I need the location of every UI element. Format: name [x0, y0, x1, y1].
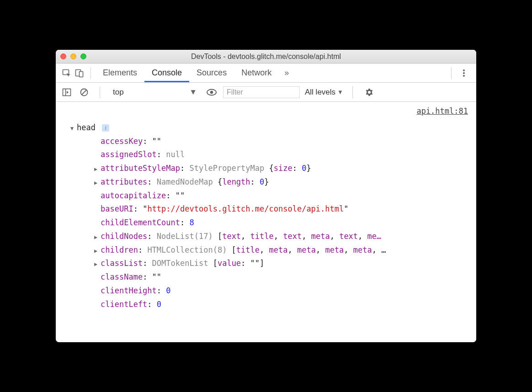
- context-label: top: [113, 88, 124, 97]
- property-value-token: ": [152, 137, 157, 146]
- inspect-element-icon[interactable]: [60, 67, 73, 79]
- source-link[interactable]: api.html:81: [416, 105, 468, 118]
- filter-input[interactable]: [223, 86, 300, 99]
- property-row[interactable]: accessKey: "": [62, 135, 470, 148]
- property-value-token: :: [241, 259, 250, 268]
- property-value-token: 8: [189, 218, 194, 227]
- more-tabs-button[interactable]: »: [279, 68, 294, 78]
- property-value-token: value: [218, 259, 241, 268]
- property-row[interactable]: ▶classList: DOMTokenList [value: ""]: [62, 257, 470, 270]
- svg-point-11: [210, 90, 213, 93]
- svg-line-9: [82, 90, 86, 95]
- toggle-sidebar-icon[interactable]: [60, 86, 73, 99]
- property-value-token: ": [255, 259, 260, 268]
- disclosure-triangle-open-icon[interactable]: ▼: [70, 124, 76, 133]
- property-value-token: 0: [157, 300, 161, 309]
- property-key: baseURI: [101, 204, 133, 213]
- property-key: clientLeft: [101, 300, 147, 309]
- panel-tab-bar: ElementsConsoleSourcesNetwork »: [56, 64, 476, 83]
- property-value-token: text: [339, 232, 358, 241]
- property-key: clientHeight: [101, 286, 157, 295]
- disclosure-triangle-icon[interactable]: ▶: [94, 233, 100, 242]
- property-row[interactable]: clientHeight: 0: [62, 284, 470, 298]
- property-row[interactable]: className: "": [62, 270, 470, 284]
- tab-network[interactable]: Network: [234, 64, 279, 82]
- property-value-token: title: [250, 232, 274, 241]
- property-value-token: ": [143, 204, 147, 213]
- property-value-token: }: [306, 164, 311, 173]
- panel-tabs: ElementsConsoleSourcesNetwork: [96, 64, 279, 82]
- zoom-window-button[interactable]: [80, 53, 86, 59]
- object-root-row[interactable]: ▼head i: [62, 121, 470, 135]
- property-row[interactable]: ▶attributes: NamedNodeMap {length: 0}: [62, 175, 470, 189]
- property-value-token: text: [283, 232, 302, 241]
- console-toolbar: top ▼ All levels ▼: [56, 83, 476, 102]
- property-row[interactable]: childElementCount: 8: [62, 216, 470, 230]
- property-value-token: ": [176, 191, 180, 200]
- disclosure-triangle-icon[interactable]: ▶: [94, 246, 100, 256]
- disclosure-triangle-icon[interactable]: ▶: [94, 164, 100, 174]
- close-window-button[interactable]: [60, 53, 66, 59]
- divider: [90, 67, 91, 79]
- tab-elements[interactable]: Elements: [96, 64, 144, 82]
- tab-console[interactable]: Console: [144, 64, 189, 82]
- divider: [100, 86, 100, 98]
- clear-console-icon[interactable]: [78, 86, 90, 99]
- property-value-token: length: [222, 177, 250, 186]
- property-value-token: NodeList(17): [157, 232, 218, 241]
- property-row[interactable]: baseURI: "http://devtools.glitch.me/cons…: [62, 202, 470, 216]
- property-value-token: ]: [260, 259, 264, 268]
- dropdown-caret-icon: ▼: [189, 88, 197, 97]
- property-value-token: size: [274, 164, 293, 173]
- property-key: childElementCount: [101, 218, 180, 227]
- object-name: head: [77, 123, 96, 132]
- disclosure-triangle-icon[interactable]: ▶: [94, 260, 100, 269]
- property-value-token: ,: [330, 232, 339, 241]
- property-row[interactable]: autocapitalize: "": [62, 189, 470, 203]
- property-value-token: [: [232, 245, 236, 254]
- device-toolbar-icon[interactable]: [73, 67, 86, 79]
- property-value-token: {: [269, 164, 273, 173]
- live-expression-icon[interactable]: [205, 86, 218, 99]
- property-value-token: :: [293, 164, 302, 173]
- property-row[interactable]: ▶attributeStyleMap: StylePropertyMap {si…: [62, 162, 470, 175]
- property-value-token: meta: [325, 245, 344, 254]
- property-value-token: ,: [316, 245, 325, 254]
- property-row[interactable]: assignedSlot: null: [62, 148, 470, 162]
- property-value-token: me…: [367, 232, 382, 241]
- property-value-token: meta: [311, 232, 330, 241]
- property-key: attributes: [101, 177, 147, 186]
- property-value-token: ": [157, 137, 161, 146]
- info-icon[interactable]: i: [102, 124, 109, 132]
- property-key: autocapitalize: [101, 191, 166, 200]
- execution-context-selector[interactable]: top ▼: [109, 86, 201, 98]
- levels-label: All levels: [305, 88, 335, 97]
- disclosure-triangle-icon[interactable]: ▶: [94, 178, 100, 188]
- devtools-window: DevTools - devtools.glitch.me/console/ap…: [56, 50, 476, 342]
- property-row[interactable]: ▶children: HTMLCollection(8) [title, met…: [62, 244, 470, 257]
- property-key: accessKey: [101, 137, 143, 146]
- property-key: classList: [101, 259, 143, 268]
- property-value-token: ,: [274, 232, 283, 241]
- property-value-token: 0: [302, 164, 306, 173]
- property-value-token: DOMTokenList: [152, 259, 213, 268]
- property-key: assignedSlot: [101, 150, 157, 159]
- property-key: childNodes: [101, 232, 147, 241]
- property-value-token: ,: [302, 232, 311, 241]
- tab-sources[interactable]: Sources: [189, 64, 234, 82]
- svg-point-3: [463, 69, 465, 71]
- property-value-token: NamedNodeMap: [157, 177, 218, 186]
- console-settings-icon[interactable]: [362, 88, 377, 97]
- property-value-token: ,: [344, 245, 353, 254]
- more-options-button[interactable]: [456, 69, 472, 78]
- property-value-token: meta: [297, 245, 316, 254]
- property-value-token: ": [152, 272, 157, 281]
- property-row[interactable]: ▶childNodes: NodeList(17) [text, title, …: [62, 230, 470, 244]
- property-value-token: null: [166, 150, 185, 159]
- property-value-token: StylePropertyMap: [189, 164, 269, 173]
- log-levels-selector[interactable]: All levels ▼: [305, 88, 343, 97]
- property-value-token: ,: [358, 232, 367, 241]
- property-row[interactable]: clientLeft: 0: [62, 298, 470, 312]
- minimize-window-button[interactable]: [70, 53, 76, 59]
- titlebar: DevTools - devtools.glitch.me/console/ap…: [56, 50, 476, 64]
